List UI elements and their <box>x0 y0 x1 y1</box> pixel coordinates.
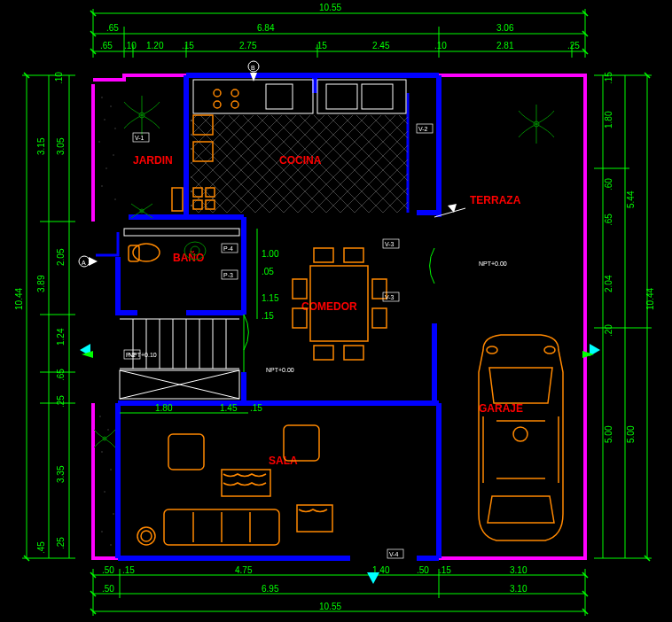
svg-point-64 <box>114 198 116 200</box>
marker-npt1: NPT+0.00 <box>479 260 507 267</box>
svg-point-59 <box>114 128 116 129</box>
dim-top-seg2: 6.84 <box>257 23 275 33</box>
tag-v3b: V-3 <box>385 294 395 300</box>
label-garaje: GARAJE <box>479 402 523 415</box>
dim-r7: .20 <box>604 324 613 337</box>
dim-l3: 3.05 <box>56 137 66 155</box>
dim-top-seg3: 3.06 <box>496 23 514 33</box>
dim-l8: .25 <box>56 395 66 408</box>
dim-bb3: 3.10 <box>510 584 527 594</box>
dim-bb1: .50 <box>102 584 114 594</box>
dim-b7: 3.10 <box>510 565 527 575</box>
dim-l6: 1.24 <box>56 328 66 346</box>
tag-p3: P-3 <box>223 272 233 278</box>
car-icon <box>479 335 563 540</box>
dim-l2: 3.15 <box>36 137 46 155</box>
dim-b1: .50 <box>102 565 114 575</box>
svg-point-39 <box>214 89 221 97</box>
dim-r2: 1.80 <box>604 111 613 128</box>
dim-r1: .15 <box>604 72 613 84</box>
svg-point-72 <box>110 544 112 546</box>
dim-right-overall: 10.44 <box>645 288 655 310</box>
floor-plan-drawing: 10.55 .65 6.84 3.06 .65 .10 1.20 .15 2.7… <box>0 0 672 622</box>
label-cocina: COCINA <box>279 154 322 167</box>
kitchen-fixtures <box>193 80 406 113</box>
svg-point-61 <box>113 154 114 156</box>
dim-l11: .45 <box>36 541 46 554</box>
svg-point-68 <box>110 469 112 470</box>
right-dimensions: 10.44 .15 1.80 .60 5.44 .65 2.04 .20 5.0… <box>594 72 655 558</box>
svg-marker-120 <box>89 257 98 266</box>
svg-point-66 <box>107 429 109 431</box>
svg-rect-92 <box>314 248 333 262</box>
svg-rect-93 <box>344 248 363 262</box>
dim-top-sub4: .15 <box>182 41 194 51</box>
svg-rect-106 <box>222 470 270 496</box>
svg-point-65 <box>99 416 101 417</box>
svg-point-73 <box>133 244 160 261</box>
svg-rect-94 <box>314 346 333 360</box>
dim-bb2: 6.95 <box>262 584 279 594</box>
left-dimensions: 10.44 .10 3.15 3.05 2.05 3.89 1.24 .65 .… <box>14 72 75 558</box>
dim-top-sub5: 2.75 <box>239 41 257 51</box>
dim-r5: .65 <box>604 214 613 226</box>
dim-l7: .65 <box>56 369 66 381</box>
svg-rect-104 <box>168 434 204 470</box>
dim-l4: 2.05 <box>56 248 66 266</box>
dim-i1: 1.80 <box>155 403 173 413</box>
dim-r6: 2.04 <box>604 275 613 292</box>
dim-top-overall: 10.55 <box>319 3 341 12</box>
svg-point-40 <box>231 89 238 97</box>
dim-top-sub9: 2.81 <box>496 41 514 51</box>
dim-l10: .25 <box>56 537 66 549</box>
svg-point-57 <box>110 105 112 107</box>
dim-i3: .15 <box>250 403 262 413</box>
svg-point-63 <box>101 185 103 187</box>
svg-rect-55 <box>96 84 122 217</box>
dim-top-sub7: 2.45 <box>372 41 390 51</box>
dim-b2: .15 <box>122 565 135 575</box>
dim-l5: 3.89 <box>36 275 46 292</box>
dim-top-sub6: .15 <box>315 41 327 51</box>
tag-v2: V-2 <box>418 126 428 132</box>
tag-v4: V-4 <box>389 551 399 557</box>
svg-rect-43 <box>266 84 293 109</box>
marker-a-left: A <box>82 260 86 266</box>
svg-point-70 <box>113 513 114 515</box>
dim-r3: .60 <box>604 178 613 190</box>
svg-rect-77 <box>124 229 239 236</box>
svg-point-67 <box>101 451 103 453</box>
svg-marker-124 <box>367 572 379 584</box>
svg-point-113 <box>544 346 555 354</box>
dim-l9: 3.35 <box>56 465 66 483</box>
dim-left-overall: 10.44 <box>14 288 24 310</box>
dim-bottom-overall: 10.55 <box>319 602 341 611</box>
dim-b3: 4.75 <box>235 565 253 575</box>
svg-point-69 <box>104 491 105 493</box>
bottom-dimensions: .50 .15 4.75 1.40 .50 .15 3.10 .50 6.95 … <box>93 565 585 616</box>
tag-v3: V-3 <box>385 241 395 247</box>
dim-r4: 5.44 <box>626 190 636 208</box>
label-terraza: TERRAZA <box>470 194 521 206</box>
svg-point-108 <box>137 527 155 545</box>
tag-v1: V-1 <box>135 135 145 141</box>
dim-top-sub1: .65 <box>100 41 113 51</box>
svg-rect-37 <box>326 84 357 109</box>
dim-l1: .10 <box>54 72 64 84</box>
svg-point-112 <box>487 346 497 354</box>
label-jardin: JARDIN <box>133 154 173 167</box>
dim-i5: .05 <box>262 267 274 276</box>
arrows <box>82 351 594 358</box>
svg-point-109 <box>141 531 152 541</box>
dim-top-sub8: .10 <box>434 41 447 51</box>
dim-i7: .15 <box>262 311 274 321</box>
svg-rect-99 <box>372 308 387 328</box>
svg-point-56 <box>101 97 103 98</box>
svg-point-58 <box>104 119 105 121</box>
marker-b-top: B <box>251 65 255 71</box>
svg-point-62 <box>105 167 107 169</box>
dim-top-sub3: 1.20 <box>146 41 164 51</box>
dim-r9: 5.00 <box>626 425 636 443</box>
svg-point-42 <box>231 101 238 108</box>
svg-point-41 <box>214 101 221 108</box>
